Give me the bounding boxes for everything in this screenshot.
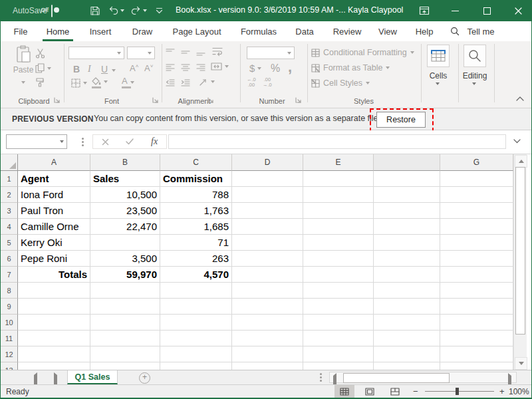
grid-cell[interactable]: [303, 203, 374, 219]
drag-handle-icon[interactable]: [82, 141, 84, 143]
maximize-button[interactable]: [473, 0, 501, 21]
align-center-button[interactable]: [181, 63, 190, 72]
paste-button[interactable]: Paste: [10, 45, 37, 86]
row-header[interactable]: 13: [1, 362, 18, 370]
decrease-indent-button[interactable]: [166, 78, 175, 87]
grid-cell[interactable]: [90, 315, 160, 331]
zoom-level[interactable]: 100%: [509, 387, 529, 396]
underline-button[interactable]: U: [101, 64, 108, 74]
minimize-button[interactable]: [441, 0, 469, 21]
grid-cell[interactable]: [440, 171, 513, 187]
increase-decimal-button[interactable]: ←.0 .00: [247, 77, 256, 88]
view-page-break-button[interactable]: [385, 385, 405, 398]
grid-cell[interactable]: Agent: [18, 171, 90, 187]
redo-button[interactable]: [131, 6, 147, 15]
grid-cell[interactable]: Kerry Oki: [18, 235, 90, 251]
horizontal-scrollbar-thumb[interactable]: [343, 373, 450, 383]
grid-cell[interactable]: [90, 235, 160, 251]
grid-cell[interactable]: [440, 251, 513, 267]
grid-cell[interactable]: 4,570: [160, 267, 232, 283]
grid-cell[interactable]: [90, 331, 160, 346]
grid-cell[interactable]: [374, 267, 440, 283]
save-button[interactable]: [90, 5, 100, 16]
grid-cell[interactable]: [440, 331, 513, 346]
row-header[interactable]: 7: [1, 267, 18, 283]
wrap-text-button[interactable]: [212, 47, 223, 57]
row-header[interactable]: 1: [1, 171, 18, 187]
grid-cell[interactable]: [232, 203, 303, 219]
grid-cell[interactable]: [374, 283, 440, 299]
zoom-out-button[interactable]: −: [413, 386, 418, 396]
grid-cell[interactable]: [232, 219, 303, 235]
grid-cell[interactable]: [160, 283, 232, 299]
grid-cell[interactable]: [160, 299, 232, 315]
grid-cell[interactable]: [160, 362, 232, 370]
grid-cell[interactable]: [440, 187, 513, 203]
borders-button[interactable]: [71, 78, 87, 88]
grid-cell[interactable]: [440, 219, 513, 235]
decrease-font-button[interactable]: A˅: [144, 63, 153, 73]
zoom-in-button[interactable]: +: [499, 386, 505, 396]
grid-cell[interactable]: [232, 331, 303, 346]
font-size-combobox[interactable]: [127, 47, 155, 59]
number-dialog-launcher[interactable]: [295, 97, 301, 103]
splitter-handle-icon[interactable]: [320, 376, 322, 378]
grid-cell[interactable]: [18, 362, 90, 370]
column-header-a[interactable]: A: [18, 154, 90, 171]
grid-cell[interactable]: [374, 251, 440, 267]
column-header-g[interactable]: G: [440, 154, 513, 171]
grid-cell[interactable]: [232, 315, 303, 331]
bold-button[interactable]: B: [73, 64, 80, 74]
comma-style-button[interactable]: ,: [288, 59, 292, 76]
grid-cell[interactable]: [18, 315, 90, 331]
row-header[interactable]: 8: [1, 283, 18, 299]
collapse-ribbon-button[interactable]: [516, 96, 524, 101]
grid-cell[interactable]: [18, 299, 90, 315]
grid-cell[interactable]: [303, 187, 374, 203]
insert-function-button[interactable]: fx: [151, 136, 158, 147]
conditional-formatting-button[interactable]: Conditional Formatting: [311, 48, 414, 57]
font-name-combobox[interactable]: [68, 47, 124, 59]
grid-cell[interactable]: [374, 346, 440, 362]
grid-cell[interactable]: [303, 219, 374, 235]
merge-center-button[interactable]: [211, 62, 229, 71]
grid-cell[interactable]: [374, 171, 440, 187]
orientation-button[interactable]: [199, 77, 215, 86]
grid-cell[interactable]: [303, 331, 374, 346]
alignment-dialog-launcher[interactable]: [207, 97, 213, 103]
grid-cell[interactable]: Commission: [160, 171, 232, 187]
grid-cell[interactable]: [232, 171, 303, 187]
grid-cell[interactable]: 22,470: [90, 219, 160, 235]
sheet-tab-q1-sales[interactable]: Q1 Sales: [67, 370, 118, 384]
grid-cell[interactable]: [232, 299, 303, 315]
row-header[interactable]: 4: [1, 219, 18, 235]
zoom-slider-track[interactable]: [425, 391, 494, 392]
grid-cell[interactable]: [18, 346, 90, 362]
fill-color-button[interactable]: [91, 77, 108, 86]
grid-cell[interactable]: [303, 235, 374, 251]
grid-cell[interactable]: [440, 346, 513, 362]
grid-cell[interactable]: Sales: [90, 171, 160, 187]
grid-cell[interactable]: [232, 251, 303, 267]
grid-cell[interactable]: [374, 187, 440, 203]
grid-cell[interactable]: [374, 235, 440, 251]
column-header-c[interactable]: C: [160, 154, 232, 171]
grid-cell[interactable]: [440, 315, 513, 331]
grid-cell[interactable]: [303, 346, 374, 362]
cell-styles-button[interactable]: Cell Styles: [311, 78, 370, 88]
grid-cell[interactable]: [374, 315, 440, 331]
decrease-decimal-button[interactable]: .00 →.0: [263, 77, 272, 88]
clipboard-dialog-launcher[interactable]: [54, 97, 60, 103]
ribbon-display-options-button[interactable]: [419, 6, 430, 15]
column-header-e[interactable]: E: [303, 154, 374, 171]
grid-cell[interactable]: [303, 171, 374, 187]
formula-input[interactable]: [168, 134, 506, 149]
grid-cell[interactable]: [232, 283, 303, 299]
vertical-scrollbar-thumb[interactable]: [515, 167, 525, 334]
qat-customize-button[interactable]: [156, 7, 163, 14]
grid-cell[interactable]: [90, 283, 160, 299]
row-header[interactable]: 3: [1, 203, 18, 219]
underline-dropdown-icon[interactable]: [112, 69, 116, 72]
autosave-toggle[interactable]: Off: [51, 5, 53, 17]
grid-cell[interactable]: [90, 362, 160, 370]
